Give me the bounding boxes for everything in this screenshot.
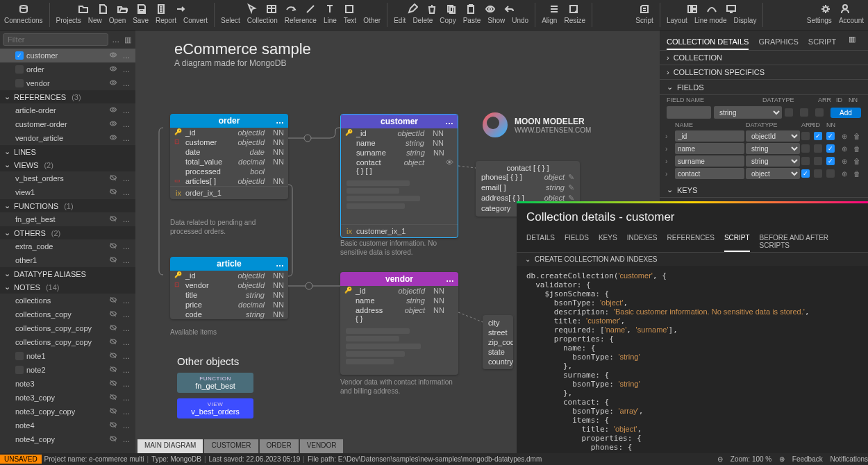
checkbox[interactable]: [15, 79, 24, 87]
section-specifics[interactable]: ›COLLECTION SPECIFICS: [660, 65, 868, 80]
tree-item-collections_copy_copy[interactable]: collections_copy_copy…: [0, 335, 135, 349]
field-type-select[interactable]: objectId: [746, 130, 800, 142]
visibility-icon[interactable]: [109, 174, 119, 183]
toolbar-show[interactable]: Show: [486, 17, 506, 24]
function-box[interactable]: FUNCTION fn_get_best: [177, 373, 253, 393]
visibility-icon[interactable]: [109, 65, 119, 74]
field-row[interactable]: state: [488, 347, 508, 357]
toolbar-script[interactable]: Script: [634, 17, 655, 24]
item-menu-icon[interactable]: …: [122, 256, 131, 264]
arr-checkbox[interactable]: [801, 144, 810, 153]
item-menu-icon[interactable]: …: [122, 79, 131, 87]
cursor-icon[interactable]: [242, 1, 262, 17]
sqltab-details[interactable]: DETAILS: [526, 231, 555, 252]
checkbox[interactable]: ✓: [15, 51, 24, 60]
toolbar-collection[interactable]: Collection: [246, 17, 279, 24]
toolbar-convert[interactable]: Convert: [182, 17, 209, 24]
tree-header-REFERENCES[interactable]: ⌄REFERENCES(3): [0, 90, 135, 103]
tree-item-customerorder[interactable]: customer-order…: [0, 117, 135, 131]
toolbar-save[interactable]: Save: [131, 17, 150, 24]
item-menu-icon[interactable]: …: [122, 106, 131, 115]
copy-icon[interactable]: [442, 1, 461, 17]
text-icon[interactable]: [320, 1, 340, 17]
filter-more-icon[interactable]: …: [111, 35, 121, 44]
checkbox[interactable]: [15, 366, 24, 374]
delete-icon[interactable]: 🗑: [851, 170, 862, 178]
tree-item-note3[interactable]: note3…: [0, 377, 135, 391]
section-keys[interactable]: ⌄KEYS: [660, 183, 868, 198]
new-field-id-checkbox[interactable]: [800, 108, 808, 117]
sqltab-indexes[interactable]: INDEXES: [627, 231, 658, 252]
toolbar-projects[interactable]: Projects: [55, 17, 83, 24]
visibility-icon[interactable]: [109, 133, 119, 143]
item-menu-icon[interactable]: …: [122, 352, 131, 360]
toolbar-align[interactable]: Align: [540, 17, 558, 24]
feedback-link[interactable]: Feedback: [792, 455, 823, 463]
expand-icon[interactable]: ›: [665, 170, 674, 178]
edit-icon[interactable]: [403, 1, 422, 17]
toolbar-connections[interactable]: Connections: [3, 17, 44, 24]
delete-icon[interactable]: 🗑: [851, 145, 862, 153]
id-checkbox[interactable]: [814, 144, 822, 153]
field-type-select[interactable]: object: [746, 168, 800, 179]
sqltab-references[interactable]: REFERENCES: [667, 231, 715, 252]
toolbar-copy[interactable]: Copy: [438, 17, 457, 24]
field-name-input[interactable]: [675, 168, 744, 179]
user-icon[interactable]: [835, 1, 855, 17]
tree-header-LINES[interactable]: ⌄LINES: [0, 145, 135, 158]
item-menu-icon[interactable]: …: [122, 242, 131, 251]
new-field-arr-checkbox[interactable]: [785, 108, 793, 117]
item-menu-icon[interactable]: …: [122, 51, 131, 60]
id-checkbox[interactable]: [814, 157, 822, 165]
visibility-icon[interactable]: [109, 242, 119, 251]
item-menu-icon[interactable]: …: [122, 338, 131, 346]
convert-icon[interactable]: [171, 1, 190, 17]
visibility-icon[interactable]: [109, 310, 119, 319]
field-row[interactable]: zip_code: [488, 337, 508, 347]
section-collection[interactable]: ›COLLECTION: [660, 51, 868, 65]
entity-menu-icon[interactable]: …: [446, 274, 454, 284]
field-name-input[interactable]: [675, 155, 744, 167]
entity-menu-icon[interactable]: …: [276, 259, 284, 269]
field-row[interactable]: codestringNN: [170, 310, 288, 319]
visibility-icon[interactable]: [109, 337, 119, 347]
toolbar-layout[interactable]: Layout: [665, 17, 689, 24]
field-row[interactable]: titlestringNN: [170, 290, 288, 300]
field-row[interactable]: total_valuedecimalNN: [170, 157, 288, 167]
field-row[interactable]: city: [488, 318, 508, 328]
toolbar-paste[interactable]: Paste: [462, 17, 483, 24]
visibility-icon[interactable]: [109, 393, 119, 403]
visibility-icon[interactable]: [109, 51, 119, 60]
line-icon[interactable]: [301, 1, 320, 17]
visibility-icon[interactable]: [109, 434, 119, 444]
paste-icon[interactable]: [461, 1, 481, 17]
tree-header-VIEWS[interactable]: ⌄VIEWS(2): [0, 158, 135, 171]
field-row[interactable]: surnamestringNN: [341, 148, 458, 158]
notifications-link[interactable]: Notifications: [831, 455, 868, 463]
move-icon[interactable]: ⊕: [839, 133, 850, 140]
toolbar-open[interactable]: Open: [108, 17, 127, 24]
tree-item-other1[interactable]: other1…: [0, 253, 135, 267]
open-icon[interactable]: [112, 1, 132, 17]
field-row[interactable]: pricedecimalNN: [170, 300, 288, 310]
item-menu-icon[interactable]: …: [122, 324, 131, 332]
item-menu-icon[interactable]: …: [122, 174, 131, 183]
item-menu-icon[interactable]: …: [122, 134, 131, 142]
layout-icon[interactable]: [683, 1, 702, 17]
sqltab-keys[interactable]: KEYS: [599, 231, 617, 252]
field-row[interactable]: ⊡vendorobjectIdNN: [170, 280, 288, 290]
toolbar-report[interactable]: Report: [154, 17, 178, 24]
file-icon[interactable]: [93, 1, 112, 17]
tree-item-view1[interactable]: view1…: [0, 185, 135, 199]
field-row[interactable]: phones[ { } ]object✎: [481, 172, 574, 183]
field-type-select[interactable]: string: [746, 155, 800, 167]
script-code[interactable]: db.createCollection('customer', { valida…: [517, 266, 868, 453]
footer-tab-customer[interactable]: CUSTOMER: [204, 439, 258, 453]
field-row[interactable]: datedateNN: [170, 147, 288, 157]
item-menu-icon[interactable]: …: [122, 421, 131, 430]
field-row[interactable]: street: [488, 328, 508, 337]
move-icon[interactable]: ⊕: [839, 158, 850, 165]
arr-checkbox[interactable]: [801, 169, 810, 178]
field-row[interactable]: namestringNN: [341, 138, 458, 148]
entity-customer[interactable]: customer… 🔑_idobjectIdNNnamestringNNsurn…: [340, 114, 458, 238]
